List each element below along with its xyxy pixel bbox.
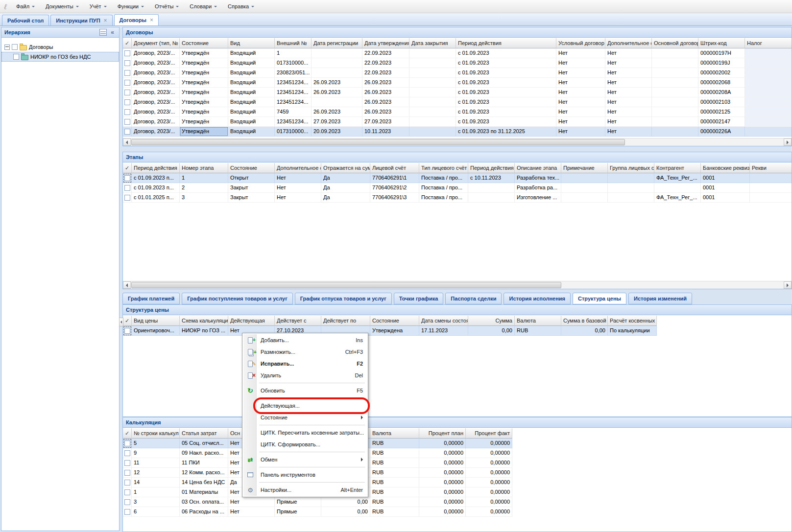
column-header[interactable]: Валюта [515, 316, 561, 326]
row-checkbox[interactable] [124, 440, 130, 446]
detail-tab[interactable]: График отпуска товаров и услуг [295, 293, 392, 304]
table-row[interactable]: Договор, 2023/...УтверждёнВходящий123451… [123, 88, 792, 97]
row-checkbox[interactable] [124, 499, 130, 505]
menu-item[interactable]: Панель инструментов [243, 469, 367, 481]
row-checkbox[interactable] [124, 70, 130, 76]
column-header[interactable]: Действует с [275, 316, 321, 326]
column-header[interactable]: Расчёт косвенных [608, 316, 657, 326]
stages-hscrollbar[interactable] [123, 281, 792, 289]
contracts-hscrollbar[interactable] [123, 138, 792, 146]
scroll-left-icon[interactable] [123, 281, 131, 289]
detail-tab[interactable]: График платежей [122, 293, 180, 304]
main-tab[interactable]: Договоры× [114, 14, 159, 25]
main-tab[interactable]: Рабочий стол [2, 15, 49, 25]
row-checkbox[interactable] [124, 460, 130, 466]
menu-item[interactable]: Настройки...Alt+Enter [243, 484, 367, 496]
column-header[interactable]: Вид цены [132, 316, 180, 326]
table-row[interactable]: Договор, 2023/...УтверждёнВходящий123451… [123, 117, 792, 127]
column-header[interactable]: Статья затрат [180, 428, 228, 439]
column-header[interactable]: ✓ [123, 428, 132, 439]
row-checkbox[interactable] [124, 129, 130, 135]
row-checkbox[interactable] [124, 195, 130, 201]
menubar-item[interactable]: Словари [184, 0, 222, 13]
menu-item[interactable]: Действующая... [243, 400, 367, 412]
column-header[interactable]: Основной договор [652, 38, 698, 48]
scroll-thumb[interactable] [131, 139, 625, 145]
column-header[interactable]: Сумма [468, 316, 515, 326]
column-header[interactable]: Дата смены состоя [419, 316, 468, 326]
tree-checkbox[interactable] [12, 44, 18, 50]
detail-tab[interactable]: История исполнения [504, 293, 571, 304]
table-row[interactable]: 101 МатериалыНетПрямые0,00RUB0,000000,00… [123, 487, 792, 497]
menu-item[interactable]: ОбновитьF5 [243, 385, 367, 396]
detail-tab[interactable]: История изменений [628, 293, 692, 304]
tree-checkbox[interactable] [13, 54, 19, 60]
column-header[interactable]: ✓ [123, 38, 132, 48]
menubar-item[interactable]: Отчёты [149, 0, 184, 13]
column-header[interactable]: Дополнительное с [605, 38, 652, 48]
menu-item[interactable]: УдалитьDel [243, 370, 367, 381]
collapse-panel-icon[interactable]: « [109, 29, 116, 36]
row-checkbox[interactable] [124, 328, 130, 334]
column-header[interactable]: Состояние [228, 163, 275, 173]
column-header[interactable]: Процент факт [466, 428, 512, 439]
table-row[interactable]: Договор, 2023/...УтверждёнВходящий230823… [123, 68, 792, 78]
column-header[interactable]: Группа лицевых сч [608, 163, 654, 173]
column-header[interactable]: Сумма в базовой в [561, 316, 608, 326]
table-row[interactable]: 505 Соц. отчисл...НетRUB0,000000,00000 [123, 439, 792, 448]
column-header[interactable]: Действующая [228, 316, 275, 326]
column-header[interactable]: Внешний № [275, 38, 312, 48]
table-row[interactable]: 1212 Комм. расхо...НетRUB0,000000,00000 [123, 468, 792, 478]
table-row[interactable]: 1414 Цена без НДСДаRUB0,000000,00000 [123, 478, 792, 487]
table-row[interactable]: Ориентировоч...НИОКР по ГОЗ ...Нет27.10.… [123, 326, 792, 336]
scroll-left-icon[interactable] [123, 139, 131, 146]
column-header[interactable]: Процент план [419, 428, 466, 439]
table-row[interactable]: Договор, 2023/...УтверждёнВходящий745926… [123, 107, 792, 117]
column-header[interactable]: Дата утверждения [362, 38, 409, 48]
column-header[interactable]: Налог [745, 38, 792, 48]
menu-item[interactable]: Добавить...Ins [243, 334, 367, 346]
tree-node[interactable]: Договоры [1, 42, 119, 52]
table-row[interactable]: 1111 ПКИНетRUB0,000000,00000 [123, 458, 792, 468]
menu-item[interactable]: Исправить...F2 [243, 358, 367, 370]
menubar-item[interactable]: Справка [222, 0, 260, 13]
row-checkbox[interactable] [124, 99, 130, 105]
close-tab-icon[interactable]: × [104, 18, 107, 23]
column-header[interactable]: Лицевой счёт [370, 163, 419, 173]
row-checkbox[interactable] [124, 185, 130, 191]
table-row[interactable]: Договор, 2023/...УтверждёнВходящий122.09… [123, 48, 792, 58]
row-checkbox[interactable] [124, 175, 130, 181]
menu-item[interactable]: Обмен [243, 454, 367, 465]
scroll-left-icon[interactable] [119, 318, 123, 326]
column-header[interactable]: Дата регистрации [312, 38, 362, 48]
tree-expander-icon[interactable] [4, 45, 10, 50]
column-header[interactable]: Состояние [180, 38, 228, 48]
column-header[interactable]: Штрих-код [698, 38, 745, 48]
menubar-item[interactable]: Учёт [84, 0, 112, 13]
row-checkbox[interactable] [124, 450, 130, 456]
column-header[interactable]: Вид [228, 38, 275, 48]
column-header[interactable]: Контрагент [654, 163, 701, 173]
column-header[interactable]: Отражается на сум [321, 163, 370, 173]
menubar-item[interactable]: Документы [40, 0, 84, 13]
detail-tab[interactable]: Структура цены [573, 293, 626, 304]
column-header[interactable]: Условный договор [556, 38, 605, 48]
table-row[interactable]: с 01.09.2023 п...2ЗакрытНетДа7706406291\… [123, 183, 792, 193]
menu-item[interactable]: Размножить...Ctrl+F3 [243, 346, 367, 358]
detail-tab[interactable]: Паспорта сделки [445, 293, 502, 304]
menu-item[interactable]: Состояние [243, 412, 367, 423]
menubar-item[interactable]: Файл [11, 0, 40, 13]
row-checkbox[interactable] [124, 119, 130, 125]
row-checkbox[interactable] [124, 80, 130, 86]
row-checkbox[interactable] [124, 60, 130, 66]
scroll-thumb[interactable] [131, 282, 561, 288]
column-header[interactable]: Валюта [370, 428, 419, 439]
main-tab[interactable]: Инструкции ПУП× [50, 15, 112, 25]
column-header[interactable]: № строки калькул [132, 428, 180, 439]
table-row[interactable]: с 01.09.2023 п...1ОткрытНетДа7706406291\… [123, 173, 792, 183]
menubar-item[interactable]: Функции [112, 0, 149, 13]
table-row[interactable]: Договор, 2023/...УтверждёнВходящий123451… [123, 78, 792, 88]
column-header[interactable]: Тип лицевого счёт [419, 163, 468, 173]
column-header[interactable]: Дата закрытия [409, 38, 456, 48]
column-header[interactable]: ✓ [123, 163, 132, 173]
